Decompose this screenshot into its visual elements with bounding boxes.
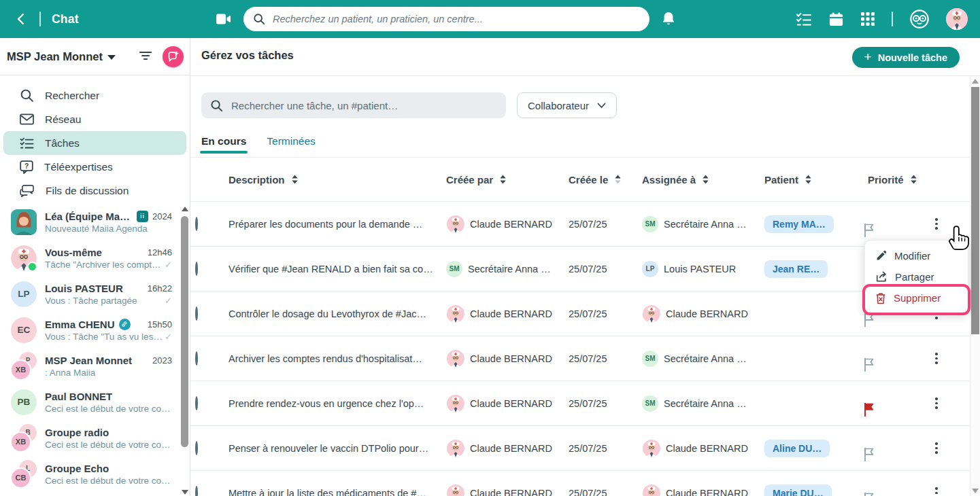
workspace-header: MSP Jean Monnet bbox=[0, 38, 190, 75]
task-checkbox[interactable] bbox=[195, 306, 198, 321]
avatar-doctor bbox=[446, 215, 464, 233]
conversation-avatar: EC bbox=[11, 317, 37, 343]
conversation-item[interactable]: ECEmma CHENU15h50Vous : Tâche "Tu as vu … bbox=[0, 312, 190, 348]
sidebar-item-t-ches[interactable]: Tâches bbox=[3, 131, 186, 155]
sort-icon[interactable] bbox=[910, 175, 917, 184]
task-checkbox[interactable] bbox=[195, 262, 198, 276]
conversation-item[interactable]: PXBMSP Jean Monnet2023: Anna Maiia bbox=[0, 348, 190, 384]
sort-icon[interactable] bbox=[702, 175, 709, 184]
sidebar-item-t-l-expertises[interactable]: ?Téléexpertises bbox=[3, 155, 186, 179]
sidebar-item-r-seau[interactable]: Réseau bbox=[3, 107, 186, 131]
app-title: Chat bbox=[52, 12, 79, 26]
checklist-icon[interactable] bbox=[796, 12, 812, 26]
task-checkbox[interactable] bbox=[195, 486, 198, 496]
task-search-input[interactable] bbox=[230, 99, 497, 112]
sidebar-item-rechercher[interactable]: Rechercher bbox=[3, 84, 186, 107]
row-menu-kebab-icon[interactable] bbox=[930, 215, 943, 233]
patient-chip[interactable]: Jean RE… bbox=[764, 260, 828, 278]
patient-chip[interactable]: Aline DU… bbox=[764, 440, 830, 457]
scrollbar-thumb[interactable] bbox=[971, 87, 979, 334]
priority-flag-icon[interactable] bbox=[862, 402, 930, 418]
conversation-avatar bbox=[11, 245, 37, 271]
sort-icon[interactable] bbox=[614, 175, 622, 184]
person-name: Secrétaire Anna … bbox=[468, 264, 551, 274]
priority-flag-icon[interactable] bbox=[862, 357, 930, 373]
task-description[interactable]: Prendre rendez-vous en urgence chez l'op… bbox=[229, 398, 446, 409]
conversation-item[interactable]: BXBGroupe radioCeci est le début de votr… bbox=[0, 420, 190, 456]
bell-icon[interactable] bbox=[661, 11, 676, 27]
task-description[interactable]: Archiver les comptes rendus d'hospitalis… bbox=[229, 353, 446, 364]
person-cell: SMSecrétaire Anna … bbox=[446, 261, 569, 277]
priority-flag-icon[interactable] bbox=[862, 222, 930, 238]
question-bubble-icon: ? bbox=[20, 160, 33, 174]
menu-item-modifier[interactable]: Modifier bbox=[865, 245, 968, 266]
task-checkbox[interactable] bbox=[195, 217, 198, 231]
conversation-time: 2023 bbox=[152, 355, 176, 366]
sidebar-scrollbar[interactable] bbox=[180, 207, 189, 495]
task-description[interactable]: Contrôler le dosage du Levothyrox de #Ja… bbox=[229, 308, 446, 319]
column-label: Assignée à bbox=[642, 174, 696, 185]
conversation-name: Groupe radio bbox=[45, 427, 109, 438]
conversation-name: Emma CHENU bbox=[45, 319, 115, 330]
scrollbar-thumb[interactable] bbox=[181, 216, 188, 447]
conversation-item[interactable]: LPLouis PASTEUR16h22Vous : Tâche partagé… bbox=[0, 276, 190, 312]
task-checkbox[interactable] bbox=[195, 441, 198, 455]
row-menu-kebab-icon[interactable] bbox=[930, 395, 943, 412]
new-conversation-button[interactable] bbox=[163, 46, 184, 67]
search-icon bbox=[210, 99, 223, 112]
apps-grid-icon[interactable] bbox=[860, 12, 875, 26]
task-description[interactable]: Mettre à jour la liste des médicaments d… bbox=[229, 488, 446, 496]
avatar-initials: SM bbox=[446, 261, 462, 277]
conversation-item[interactable]: Vous-même12h46Tâche "Archiver les compt…… bbox=[0, 240, 190, 276]
filter-icon[interactable] bbox=[139, 50, 152, 62]
scroll-up-icon[interactable] bbox=[182, 207, 188, 211]
collaborator-dropdown[interactable]: Collaborateur bbox=[517, 92, 617, 118]
sidebar-item-fils-de-discussion[interactable]: Fils de discussion bbox=[3, 179, 186, 202]
task-description[interactable]: Penser à renouveler le vaccin DTPolio po… bbox=[229, 443, 446, 454]
column-header-créée-le: Créée le bbox=[569, 174, 642, 185]
priority-flag-icon[interactable] bbox=[862, 312, 930, 328]
task-description[interactable]: Vérifier que #Jean RENALD a bien fait sa… bbox=[229, 264, 446, 274]
row-menu-kebab-icon[interactable] bbox=[930, 484, 943, 496]
sort-icon[interactable] bbox=[499, 175, 507, 184]
patient-chip[interactable]: Marie DU… bbox=[764, 484, 832, 496]
scroll-down-icon[interactable] bbox=[972, 489, 979, 493]
person-name: Claude BERNARD bbox=[470, 219, 552, 230]
sort-icon[interactable] bbox=[805, 175, 812, 184]
global-search-input[interactable] bbox=[271, 13, 640, 25]
owl-logo-icon[interactable] bbox=[909, 9, 930, 29]
task-description[interactable]: Préparer les documents pour la demande … bbox=[229, 219, 446, 230]
user-avatar[interactable] bbox=[946, 8, 968, 30]
scroll-down-icon[interactable] bbox=[182, 490, 188, 495]
conversation-item[interactable]: LCBGroupe EchoCeci est le début de votre… bbox=[0, 456, 190, 492]
task-checkbox[interactable] bbox=[195, 396, 198, 410]
video-call-icon[interactable] bbox=[215, 12, 232, 26]
conversation-item[interactable]: Léa (Équipe Maiia)ii2024Nouveauté Maiia … bbox=[0, 204, 190, 240]
row-menu-kebab-icon[interactable] bbox=[930, 440, 943, 457]
main-scrollbar[interactable] bbox=[970, 76, 980, 496]
tab-termin-es[interactable]: Terminées bbox=[267, 135, 316, 154]
scroll-up-icon[interactable] bbox=[972, 79, 979, 84]
tab-en-cours[interactable]: En cours bbox=[201, 135, 246, 154]
person-cell: Claude BERNARD bbox=[642, 304, 764, 323]
menu-item-partager[interactable]: Partager bbox=[865, 266, 968, 287]
menu-item-supprimer[interactable]: Supprimer bbox=[865, 287, 968, 308]
task-checkbox[interactable] bbox=[195, 351, 198, 366]
sort-icon[interactable] bbox=[291, 175, 299, 184]
calendar-icon[interactable] bbox=[828, 12, 844, 27]
table-row: Archiver les comptes rendus d'hospitalis… bbox=[190, 336, 971, 380]
column-header-créée-par: Créée par bbox=[446, 174, 569, 185]
new-task-button[interactable]: + Nouvelle tâche bbox=[852, 47, 960, 68]
avatar-initials: EC bbox=[11, 317, 37, 343]
table-row: Contrôler le dosage du Levothyrox de #Ja… bbox=[190, 291, 971, 336]
patient-chip[interactable]: Remy MA… bbox=[764, 215, 834, 233]
priority-flag-icon[interactable] bbox=[862, 446, 930, 463]
conversation-preview: Nouveauté Maiia Agenda bbox=[45, 224, 148, 234]
workspace-selector[interactable]: MSP Jean Monnet bbox=[7, 50, 116, 63]
conversation-avatar: LCB bbox=[11, 461, 37, 487]
avatar-doctor bbox=[446, 349, 464, 368]
row-menu-kebab-icon[interactable] bbox=[930, 350, 943, 368]
priority-flag-icon[interactable] bbox=[862, 491, 930, 496]
conversation-item[interactable]: PBPaul BONNETCeci est le début de votre … bbox=[0, 384, 190, 420]
back-icon[interactable] bbox=[15, 13, 27, 25]
